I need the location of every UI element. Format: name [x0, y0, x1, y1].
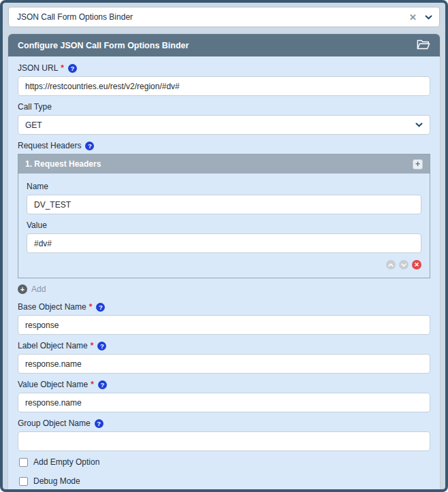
- add-header-icon[interactable]: +: [413, 159, 423, 169]
- debug-mode-row[interactable]: Debug Mode: [19, 476, 430, 486]
- value-object-name-field: Value Object Name * ?: [18, 380, 430, 412]
- request-headers-field: Request Headers ?: [18, 141, 430, 150]
- request-headers-item-body: Name Value: [18, 174, 430, 278]
- header-name-label: Name: [27, 182, 48, 191]
- add-empty-option-checkbox[interactable]: [19, 458, 28, 467]
- add-empty-option-row[interactable]: Add Empty Option: [19, 457, 430, 467]
- debug-mode-checkbox[interactable]: [19, 477, 28, 486]
- header-value-label: Value: [27, 220, 47, 230]
- header-value-field: Value: [27, 220, 421, 253]
- header-value-input[interactable]: [27, 233, 421, 253]
- call-type-select[interactable]: GET: [18, 115, 430, 135]
- json-url-field: JSON URL * ?: [18, 63, 430, 96]
- help-icon[interactable]: ?: [68, 64, 77, 73]
- required-asterisk: *: [91, 380, 94, 389]
- add-empty-option-label: Add Empty Option: [33, 457, 99, 467]
- call-type-value: GET: [25, 120, 42, 130]
- group-object-name-input[interactable]: [18, 431, 430, 451]
- move-up-icon[interactable]: [386, 260, 396, 269]
- configure-panel: Configure JSON Call Form Options Binder …: [8, 34, 440, 491]
- request-headers-item-title: 1. Request Headers: [25, 159, 101, 169]
- add-header-button[interactable]: + Add: [18, 284, 430, 294]
- delete-header-icon[interactable]: ✕: [412, 260, 421, 269]
- base-object-name-label: Base Object Name: [18, 302, 86, 312]
- request-headers-item-header: 1. Request Headers +: [18, 154, 430, 174]
- binder-select-value: JSON Call Form Options Binder: [17, 12, 409, 22]
- panel-body: JSON URL * ? Call Type GET: [8, 56, 440, 491]
- binder-config-window: JSON Call Form Options Binder ✕ Configur…: [0, 0, 448, 492]
- label-object-name-input[interactable]: [18, 354, 430, 374]
- header-name-field: Name: [27, 182, 421, 214]
- help-icon[interactable]: ?: [95, 419, 103, 428]
- required-asterisk: *: [89, 302, 93, 312]
- json-url-label: JSON URL: [18, 63, 58, 73]
- help-icon[interactable]: ?: [98, 380, 107, 389]
- chevron-down-icon: [415, 122, 423, 127]
- chevron-down-icon[interactable]: [425, 15, 432, 20]
- move-down-icon[interactable]: [399, 260, 409, 269]
- base-object-name-input[interactable]: [18, 315, 430, 335]
- call-type-label: Call Type: [18, 102, 52, 112]
- panel-title: Configure JSON Call Form Options Binder: [18, 41, 189, 50]
- binder-select[interactable]: JSON Call Form Options Binder ✕: [8, 7, 440, 27]
- required-asterisk: *: [91, 341, 94, 350]
- help-icon[interactable]: ?: [96, 303, 105, 312]
- label-object-name-label: Label Object Name: [18, 341, 88, 350]
- help-icon[interactable]: ?: [85, 142, 94, 150]
- group-object-name-label: Group Object Name: [18, 419, 91, 428]
- group-object-name-field: Group Object Name ?: [18, 419, 430, 451]
- json-url-input[interactable]: [18, 76, 430, 96]
- header-row-actions: ✕: [27, 260, 421, 271]
- base-object-name-field: Base Object Name * ?: [18, 302, 430, 335]
- header-name-input[interactable]: [27, 195, 421, 214]
- add-label: Add: [31, 284, 46, 294]
- help-icon[interactable]: ?: [97, 342, 106, 350]
- panel-header: Configure JSON Call Form Options Binder: [8, 34, 440, 56]
- value-object-name-label: Value Object Name: [18, 380, 88, 389]
- call-type-field: Call Type GET: [18, 102, 430, 135]
- value-object-name-input[interactable]: [18, 393, 430, 412]
- request-headers-item-panel: 1. Request Headers + Name Value: [18, 154, 430, 278]
- required-asterisk: *: [61, 63, 64, 73]
- plus-circle-icon: +: [18, 284, 27, 294]
- debug-mode-label: Debug Mode: [33, 476, 80, 486]
- request-headers-label: Request Headers: [18, 141, 81, 150]
- label-object-name-field: Label Object Name * ?: [18, 341, 430, 374]
- clear-icon[interactable]: ✕: [409, 13, 417, 22]
- open-folder-icon[interactable]: [417, 39, 430, 52]
